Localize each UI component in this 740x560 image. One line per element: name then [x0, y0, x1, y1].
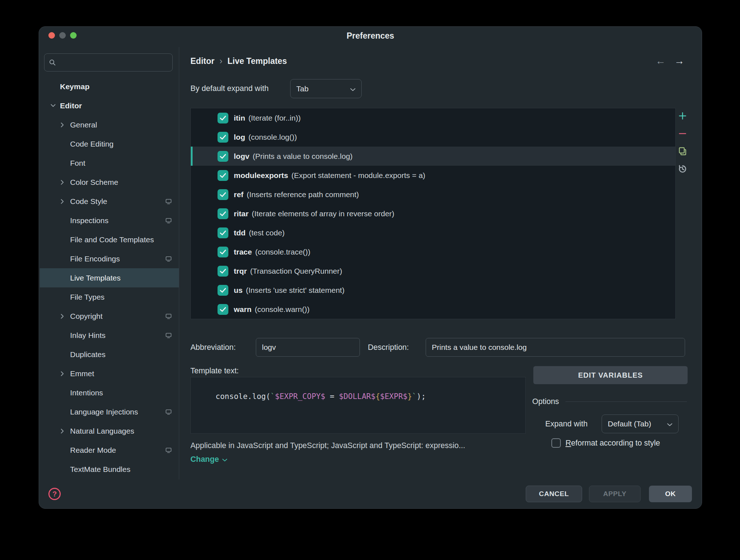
- template-row-logv[interactable]: logv(Prints a value to console.log): [191, 147, 675, 166]
- sidebar-item-intentions[interactable]: Intentions: [40, 383, 179, 402]
- template-checkbox[interactable]: [218, 132, 228, 143]
- template-description: (Inserts 'use strict' statement): [246, 286, 345, 295]
- duplicate-template-button[interactable]: [676, 145, 689, 157]
- template-checkbox[interactable]: [218, 170, 228, 181]
- template-checkbox[interactable]: [218, 247, 228, 257]
- template-checkbox[interactable]: [218, 151, 228, 162]
- list-toolbar: [676, 110, 689, 175]
- template-row-trqr[interactable]: trqr(Transaction QueryRunner): [191, 261, 675, 281]
- sidebar-item-label: Natural Languages: [70, 427, 134, 435]
- sidebar-item-color-scheme[interactable]: Color Scheme: [40, 173, 179, 192]
- sidebar-item-editor[interactable]: Editor: [40, 96, 179, 115]
- forward-button[interactable]: →: [674, 55, 684, 67]
- sidebar-item-reader-mode[interactable]: Reader Mode: [40, 440, 179, 460]
- template-abbreviation: moduleexports: [234, 171, 288, 180]
- remove-template-button[interactable]: [676, 127, 689, 140]
- chevron-right-icon[interactable]: [61, 429, 70, 434]
- sidebar-item-language-injections[interactable]: Language Injections: [40, 402, 179, 421]
- sidebar-item-code-editing[interactable]: Code Editing: [40, 134, 179, 153]
- template-abbreviation: log: [234, 133, 245, 142]
- add-template-button[interactable]: [676, 110, 689, 122]
- preferences-window: Preferences KeymapEditorGeneralCode Edit…: [39, 26, 702, 509]
- description-input[interactable]: [426, 338, 685, 357]
- chevron-down-icon: [667, 420, 672, 428]
- chevron-right-icon[interactable]: [61, 314, 70, 319]
- sidebar-item-live-templates[interactable]: Live Templates: [40, 268, 179, 287]
- sidebar-item-code-style[interactable]: Code Style: [40, 192, 179, 211]
- search-box[interactable]: [44, 53, 173, 71]
- sidebar-item-label: Duplicates: [70, 350, 106, 359]
- sidebar-item-label: Live Templates: [70, 274, 121, 282]
- chevron-right-icon[interactable]: [61, 371, 70, 376]
- abbreviation-label: Abbreviation:: [190, 338, 236, 357]
- template-row-moduleexports[interactable]: moduleexports(Export statement - module.…: [191, 166, 675, 185]
- template-row-log[interactable]: log(console.log()): [191, 127, 675, 147]
- abbreviation-input[interactable]: [256, 338, 360, 357]
- sidebar-item-font[interactable]: Font: [40, 153, 179, 173]
- back-button[interactable]: ←: [655, 55, 666, 67]
- code-segment: $EXPR$: [380, 392, 408, 401]
- template-row-warn[interactable]: warn(console.warn()): [191, 300, 675, 319]
- template-row-us[interactable]: us(Inserts 'use strict' statement): [191, 281, 675, 300]
- template-abbreviation: ritar: [234, 209, 249, 218]
- template-checkbox[interactable]: [218, 304, 228, 315]
- os-settings-badge-icon: [165, 333, 172, 338]
- reformat-option[interactable]: Reformat according to style: [551, 434, 660, 452]
- template-text-editor[interactable]: console.log(`$EXPR_COPY$ = $DOLLAR${$EXP…: [190, 377, 526, 434]
- sidebar-item-label: Reader Mode: [70, 446, 116, 455]
- default-expand-select[interactable]: Tab: [290, 79, 362, 98]
- sidebar-item-file-encodings[interactable]: File Encodings: [40, 249, 179, 268]
- code-line: console.log(`$EXPR_COPY$ = $DOLLAR${$EXP…: [216, 392, 426, 401]
- template-checkbox[interactable]: [218, 189, 228, 200]
- template-checkbox[interactable]: [218, 266, 228, 277]
- template-abbreviation: itin: [234, 114, 245, 122]
- edit-variables-button[interactable]: EDIT VARIABLES: [533, 366, 688, 384]
- template-checkbox[interactable]: [218, 227, 228, 238]
- sidebar-item-copyright[interactable]: Copyright: [40, 307, 179, 326]
- sidebar-item-inlay-hints[interactable]: Inlay Hints: [40, 326, 179, 345]
- settings-search-input[interactable]: [59, 58, 168, 67]
- chevron-down-icon: [350, 84, 356, 93]
- template-checkbox[interactable]: [218, 113, 228, 123]
- titlebar: Preferences: [39, 27, 702, 47]
- template-row-itin[interactable]: itin(Iterate (for..in)): [191, 108, 675, 127]
- change-link-label: Change: [190, 455, 219, 464]
- sidebar-item-emmet[interactable]: Emmet: [40, 364, 179, 383]
- sidebar-item-file-types[interactable]: File Types: [40, 287, 179, 307]
- settings-tree: KeymapEditorGeneralCode EditingFontColor…: [40, 77, 179, 479]
- template-description: (Export statement - module.exports = a): [292, 171, 426, 180]
- expand-with-select[interactable]: Default (Tab): [602, 414, 679, 433]
- reformat-checkbox[interactable]: [551, 438, 561, 448]
- sidebar-item-inspections[interactable]: Inspections: [40, 211, 179, 230]
- os-settings-badge-icon: [165, 199, 172, 204]
- sidebar-item-label: Code Editing: [70, 140, 113, 148]
- change-context-link[interactable]: Change: [190, 450, 227, 469]
- template-row-ritar[interactable]: ritar(Iterate elements of array in rever…: [191, 204, 675, 223]
- sidebar-item-duplicates[interactable]: Duplicates: [40, 345, 179, 364]
- template-row-ref[interactable]: ref(Inserts reference path comment): [191, 185, 675, 204]
- ok-button[interactable]: OK: [649, 486, 692, 502]
- sidebar-item-general[interactable]: General: [40, 115, 179, 134]
- template-row-trace[interactable]: trace(console.trace()): [191, 242, 675, 261]
- os-settings-badge-icon: [165, 313, 172, 319]
- cancel-button[interactable]: CANCEL: [526, 486, 582, 502]
- template-description: (Transaction QueryRunner): [250, 267, 342, 275]
- template-row-tdd[interactable]: tdd(test code): [191, 223, 675, 242]
- breadcrumb-parent[interactable]: Editor: [190, 56, 214, 66]
- sidebar-item-textmate-bundles[interactable]: TextMate Bundles: [40, 460, 179, 479]
- chevron-right-icon[interactable]: [61, 199, 70, 204]
- sidebar-item-keymap[interactable]: Keymap: [40, 77, 179, 96]
- template-checkbox[interactable]: [218, 285, 228, 296]
- sidebar-item-file-and-code-templates[interactable]: File and Code Templates: [40, 230, 179, 249]
- sidebar-item-natural-languages[interactable]: Natural Languages: [40, 421, 179, 440]
- expand-with-label: Expand with: [545, 414, 588, 433]
- default-expand-label: By default expand with: [190, 79, 268, 98]
- help-button[interactable]: ?: [48, 488, 61, 500]
- apply-button[interactable]: APPLY: [589, 486, 641, 502]
- template-checkbox[interactable]: [218, 208, 228, 219]
- template-abbreviation: tdd: [234, 229, 246, 237]
- chevron-right-icon[interactable]: [61, 122, 70, 127]
- restore-defaults-button[interactable]: [676, 163, 689, 175]
- chevron-down-icon[interactable]: [51, 104, 60, 107]
- chevron-right-icon[interactable]: [61, 180, 70, 185]
